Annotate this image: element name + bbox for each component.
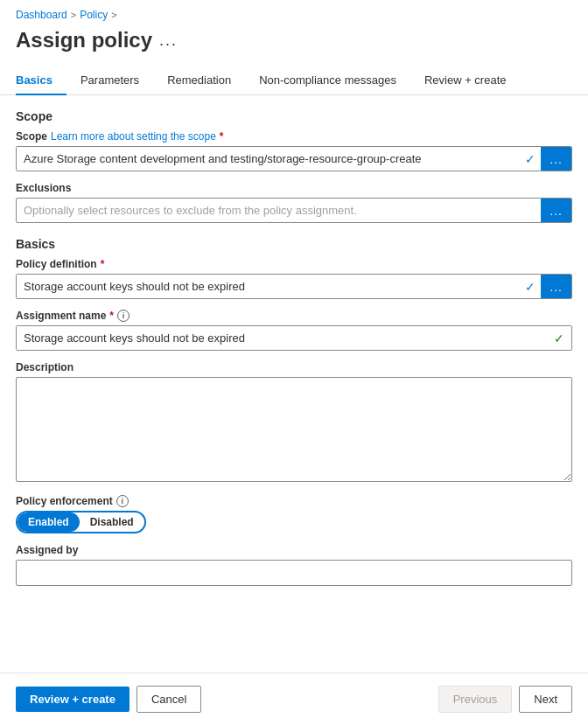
breadcrumb-dashboard[interactable]: Dashboard: [16, 9, 67, 21]
breadcrumb: Dashboard > Policy >: [0, 0, 588, 24]
toggle-disabled-option[interactable]: Disabled: [80, 512, 144, 532]
scope-ellipsis-button[interactable]: ...: [541, 147, 571, 171]
basics-section-title: Basics: [16, 237, 572, 251]
assignment-name-info-icon[interactable]: i: [117, 310, 130, 322]
policy-def-label: Policy definition *: [16, 258, 572, 270]
scope-input-container: ✓ ...: [16, 146, 572, 171]
breadcrumb-sep-1: >: [71, 10, 76, 20]
scope-section-title: Scope: [16, 109, 572, 123]
scope-input[interactable]: [17, 147, 520, 171]
assignment-name-required: *: [109, 310, 114, 322]
policy-enforcement-label: Policy enforcement i: [16, 495, 572, 507]
policy-def-input[interactable]: [17, 275, 520, 298]
policy-enforcement-info-icon[interactable]: i: [116, 495, 129, 507]
page-title: Assign policy: [16, 28, 152, 52]
assigned-by-label: Assigned by: [16, 544, 572, 556]
policy-def-input-container: ✓ ...: [16, 274, 572, 299]
next-button[interactable]: Next: [519, 686, 572, 713]
tab-remediation[interactable]: Remediation: [153, 66, 245, 95]
toggle-enabled-option[interactable]: Enabled: [18, 512, 80, 532]
scope-check-icon: ✓: [520, 147, 541, 171]
exclusions-input[interactable]: [17, 199, 541, 222]
policy-def-ellipsis-button[interactable]: ...: [541, 275, 571, 298]
footer: Review + create Cancel Previous Next: [0, 673, 588, 725]
tab-non-compliance[interactable]: Non-compliance messages: [245, 66, 410, 95]
assignment-name-input-container: ✓: [16, 325, 572, 351]
assignment-name-field-group: Assignment name * i ✓: [16, 310, 572, 351]
policy-def-check-icon: ✓: [520, 275, 541, 298]
assignment-name-input[interactable]: [17, 326, 547, 350]
assignment-name-label-text: Assignment name: [16, 310, 106, 322]
main-content: Scope Scope Learn more about setting the…: [0, 95, 588, 673]
scope-section: Scope Scope Learn more about setting the…: [16, 109, 572, 223]
exclusions-input-container: ...: [16, 198, 572, 223]
breadcrumb-sep-2: >: [111, 10, 116, 20]
ellipsis-button[interactable]: ...: [159, 31, 178, 50]
assignment-name-check-icon: ✓: [547, 326, 571, 350]
policy-enforcement-field-group: Policy enforcement i Enabled Disabled: [16, 495, 572, 533]
policy-enforcement-toggle[interactable]: Enabled Disabled: [16, 511, 146, 533]
exclusions-label: Exclusions: [16, 182, 572, 194]
breadcrumb-policy[interactable]: Policy: [80, 9, 108, 21]
previous-button: Previous: [438, 686, 513, 713]
description-label-text: Description: [16, 361, 74, 373]
exclusions-ellipsis-button[interactable]: ...: [541, 199, 571, 222]
assigned-by-input[interactable]: [16, 560, 572, 586]
assignment-name-label: Assignment name * i: [16, 310, 572, 322]
description-field-group: Description: [16, 361, 572, 484]
policy-def-required: *: [101, 258, 105, 270]
scope-field-group: Scope Learn more about setting the scope…: [16, 130, 572, 171]
tabs-bar: Basics Parameters Remediation Non-compli…: [0, 66, 588, 95]
assigned-by-label-text: Assigned by: [16, 544, 78, 556]
page-wrapper: Dashboard > Policy > Assign policy ... B…: [0, 0, 588, 725]
cancel-button[interactable]: Cancel: [136, 686, 201, 713]
tab-basics[interactable]: Basics: [16, 66, 66, 95]
policy-enforcement-label-text: Policy enforcement: [16, 495, 113, 507]
exclusions-label-text: Exclusions: [16, 182, 71, 194]
basics-section: Basics Policy definition * ✓ ... Assignm…: [16, 237, 572, 586]
description-label: Description: [16, 361, 572, 373]
policy-enforcement-toggle-group: Enabled Disabled: [16, 511, 572, 533]
assigned-by-field-group: Assigned by: [16, 544, 572, 586]
page-title-row: Assign policy ...: [0, 24, 588, 66]
exclusions-field-group: Exclusions ...: [16, 182, 572, 223]
tab-review-create[interactable]: Review + create: [410, 66, 521, 95]
policy-def-label-text: Policy definition: [16, 258, 97, 270]
description-textarea[interactable]: [16, 377, 572, 482]
scope-required-star: *: [220, 130, 224, 143]
policy-def-field-group: Policy definition * ✓ ...: [16, 258, 572, 299]
review-create-button[interactable]: Review + create: [16, 687, 130, 712]
scope-label-text: Scope: [16, 130, 47, 143]
tab-parameters[interactable]: Parameters: [66, 66, 153, 95]
scope-label: Scope Learn more about setting the scope…: [16, 130, 572, 143]
scope-learn-more-link[interactable]: Learn more about setting the scope: [51, 130, 216, 143]
